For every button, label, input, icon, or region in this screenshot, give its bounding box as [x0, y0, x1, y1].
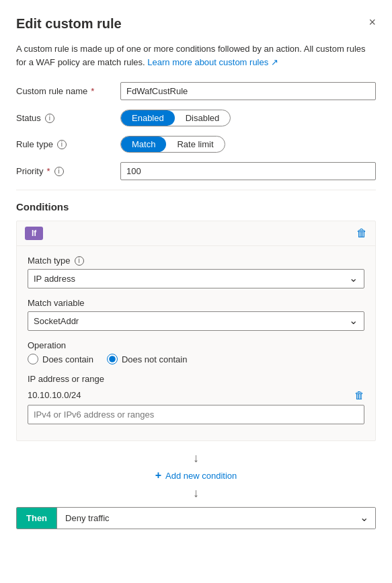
learn-more-link[interactable]: Learn more about custom rules ↗ — [147, 57, 278, 67]
then-action-select[interactable]: Deny traffic Allow traffic Log — [56, 508, 375, 529]
ip-tag-delete-icon[interactable]: 🗑 — [354, 389, 364, 401]
condition-block: If 🗑 Match type i IP address Geo locatio… — [16, 221, 376, 441]
close-button[interactable]: × — [368, 16, 376, 28]
rule-type-control: Match Rate limit — [120, 136, 376, 153]
status-enabled-button[interactable]: Enabled — [121, 110, 175, 126]
delete-condition-icon[interactable]: 🗑 — [356, 227, 367, 239]
priority-input[interactable] — [120, 162, 376, 180]
does-not-contain-option[interactable]: Does not contain — [107, 354, 188, 364]
arrow-down-icon: ↓ — [193, 452, 199, 464]
required-star: * — [91, 86, 94, 96]
custom-rule-name-control — [120, 82, 376, 100]
panel-title: Edit custom rule — [16, 16, 122, 32]
add-condition-row: ↓ + Add new condition ↓ — [16, 452, 376, 499]
plus-icon: + — [155, 469, 161, 481]
match-type-select[interactable]: IP address Geo location Request URI Quer… — [28, 269, 364, 288]
match-type-field-label: Match type i — [28, 256, 364, 266]
does-contain-option[interactable]: Does contain — [28, 354, 93, 364]
priority-info-icon[interactable]: i — [54, 167, 64, 176]
ip-range-input[interactable] — [28, 405, 364, 424]
if-badge: If — [25, 227, 43, 240]
does-contain-label: Does contain — [42, 354, 93, 364]
priority-required-star: * — [46, 166, 50, 176]
status-toggle-group: Enabled Disabled — [120, 110, 231, 126]
rule-type-info-icon[interactable]: i — [57, 140, 67, 149]
operation-field-label: Operation — [28, 340, 364, 350]
priority-control — [120, 162, 376, 180]
status-row: Status i Enabled Disabled — [16, 110, 376, 126]
status-label: Status i — [16, 113, 120, 123]
match-type-info-icon[interactable]: i — [75, 256, 84, 266]
condition-body: Match type i IP address Geo location Req… — [17, 246, 375, 440]
status-control: Enabled Disabled — [120, 110, 376, 126]
custom-rule-name-label: Custom rule name * — [16, 86, 120, 96]
does-not-contain-label: Does not contain — [122, 354, 188, 364]
status-disabled-button[interactable]: Disabled — [175, 110, 231, 126]
operation-radio-group: Does contain Does not contain — [28, 354, 364, 364]
then-badge: Then — [17, 508, 56, 529]
arrow-down-2-icon: ↓ — [193, 487, 199, 499]
rule-type-label: Rule type i — [16, 139, 120, 149]
priority-row: Priority * i — [16, 162, 376, 180]
condition-header: If 🗑 — [17, 221, 375, 246]
priority-label: Priority * i — [16, 166, 120, 176]
divider — [16, 190, 376, 190]
add-condition-label: Add new condition — [165, 471, 237, 481]
rule-type-match-button[interactable]: Match — [121, 137, 166, 152]
add-condition-button[interactable]: + Add new condition — [150, 467, 243, 484]
match-variable-select[interactable]: SocketAddr RemoteAddr — [28, 311, 364, 331]
panel-header: Edit custom rule × — [16, 16, 376, 32]
custom-rule-name-input[interactable] — [120, 82, 376, 100]
description-text: A custom rule is made up of one or more … — [16, 42, 376, 69]
rule-type-toggle-group: Match Rate limit — [120, 136, 225, 153]
match-variable-select-wrapper: SocketAddr RemoteAddr — [28, 311, 364, 331]
then-row: Then Deny traffic Allow traffic Log — [16, 507, 376, 529]
conditions-section-title: Conditions — [16, 201, 376, 212]
match-type-group: Match type i IP address Geo location Req… — [28, 256, 364, 288]
ip-range-header-label: IP address or range — [28, 374, 364, 384]
status-info-icon[interactable]: i — [45, 114, 54, 123]
rule-type-ratelimit-button[interactable]: Rate limit — [166, 137, 224, 152]
does-contain-radio[interactable] — [28, 354, 38, 364]
does-not-contain-radio[interactable] — [107, 354, 118, 364]
match-variable-field-label: Match variable — [28, 298, 364, 308]
edit-custom-rule-panel: Edit custom rule × A custom rule is made… — [0, 0, 392, 583]
ip-range-section: IP address or range 10.10.10.0/24 🗑 — [28, 374, 364, 424]
match-variable-group: Match variable SocketAddr RemoteAddr — [28, 298, 364, 331]
external-link-icon: ↗ — [271, 57, 278, 67]
operation-group: Operation Does contain Does not contain — [28, 340, 364, 364]
ip-tag-value: 10.10.10.0/24 — [28, 390, 81, 400]
match-type-select-wrapper: IP address Geo location Request URI Quer… — [28, 269, 364, 288]
rule-type-row: Rule type i Match Rate limit — [16, 136, 376, 153]
custom-rule-name-row: Custom rule name * — [16, 82, 376, 100]
then-select-wrapper: Deny traffic Allow traffic Log — [56, 508, 375, 529]
ip-tag-row: 10.10.10.0/24 🗑 — [28, 389, 364, 401]
